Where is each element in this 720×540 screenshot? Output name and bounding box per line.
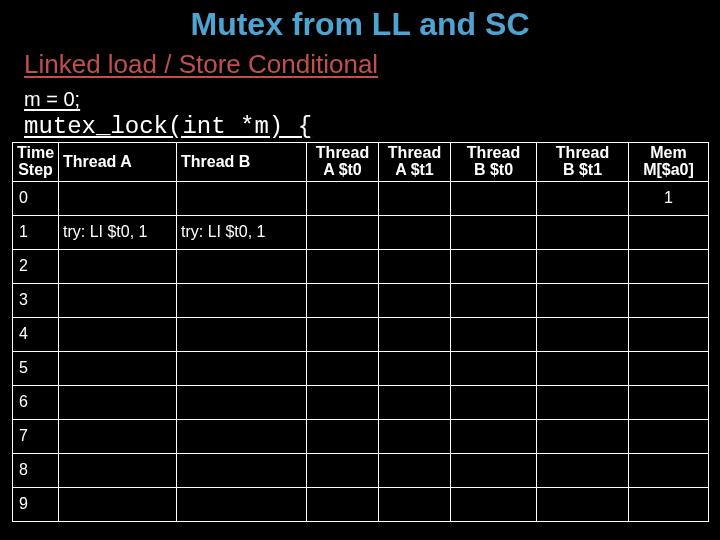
cell-b-t1 [537, 317, 629, 351]
cell-thread-b [177, 351, 307, 385]
cell-thread-a [59, 487, 177, 521]
table-header-row: TimeStep Thread A Thread B ThreadA $t0 T… [13, 143, 709, 182]
cell-b-t0 [451, 181, 537, 215]
cell-a-t0 [307, 351, 379, 385]
cell-b-t0 [451, 453, 537, 487]
table-row: 9 [13, 487, 709, 521]
cell-b-t0 [451, 419, 537, 453]
cell-b-t0 [451, 283, 537, 317]
hdr-text: Mem [633, 145, 704, 162]
cell-thread-a [59, 351, 177, 385]
cell-thread-b [177, 487, 307, 521]
cell-step: 1 [13, 215, 59, 249]
hdr-text: A $t1 [383, 162, 446, 179]
table-row: 6 [13, 385, 709, 419]
cell-mem [629, 351, 709, 385]
cell-a-t1 [379, 351, 451, 385]
col-mem: MemM[$a0] [629, 143, 709, 182]
cell-b-t0 [451, 351, 537, 385]
cell-mem [629, 453, 709, 487]
cell-b-t1 [537, 215, 629, 249]
cell-step: 8 [13, 453, 59, 487]
col-time-step: TimeStep [13, 143, 59, 182]
trace-table: TimeStep Thread A Thread B ThreadA $t0 T… [12, 142, 709, 522]
hdr-text: Thread [383, 145, 446, 162]
cell-mem [629, 487, 709, 521]
cell-mem [629, 249, 709, 283]
cell-b-t0 [451, 385, 537, 419]
cell-a-t0 [307, 453, 379, 487]
cell-a-t0 [307, 385, 379, 419]
cell-thread-a [59, 283, 177, 317]
cell-mem [629, 317, 709, 351]
col-thread-a: Thread A [59, 143, 177, 182]
table-row: 4 [13, 317, 709, 351]
col-thread-b-t1: ThreadB $t1 [537, 143, 629, 182]
cell-step: 0 [13, 181, 59, 215]
hdr-text: Step [17, 162, 54, 179]
cell-a-t1 [379, 385, 451, 419]
cell-step: 2 [13, 249, 59, 283]
cell-b-t0 [451, 249, 537, 283]
cell-step: 5 [13, 351, 59, 385]
cell-step: 3 [13, 283, 59, 317]
cell-thread-a [59, 317, 177, 351]
code-line-2: mutex_lock(int *m) { [0, 113, 720, 140]
cell-b-t1 [537, 351, 629, 385]
cell-step: 4 [13, 317, 59, 351]
table-row: 8 [13, 453, 709, 487]
table-row: 3 [13, 283, 709, 317]
table-row: 01 [13, 181, 709, 215]
cell-a-t0 [307, 215, 379, 249]
cell-b-t0 [451, 317, 537, 351]
hdr-text: M[$a0] [633, 162, 704, 179]
table-row: 1try: LI $t0, 1try: LI $t0, 1 [13, 215, 709, 249]
slide: Mutex from LL and SC Linked load / Store… [0, 0, 720, 540]
cell-thread-b [177, 385, 307, 419]
table-row: 7 [13, 419, 709, 453]
cell-a-t1 [379, 419, 451, 453]
cell-step: 9 [13, 487, 59, 521]
table-row: 2 [13, 249, 709, 283]
cell-a-t0 [307, 249, 379, 283]
cell-a-t0 [307, 181, 379, 215]
cell-a-t1 [379, 317, 451, 351]
cell-b-t1 [537, 249, 629, 283]
cell-a-t1 [379, 283, 451, 317]
hdr-text: B $t1 [541, 162, 624, 179]
cell-thread-b [177, 181, 307, 215]
cell-b-t1 [537, 487, 629, 521]
cell-a-t0 [307, 487, 379, 521]
col-thread-a-t0: ThreadA $t0 [307, 143, 379, 182]
cell-a-t0 [307, 283, 379, 317]
cell-a-t1 [379, 215, 451, 249]
cell-b-t1 [537, 385, 629, 419]
code-line-1: m = 0; [0, 88, 720, 111]
cell-step: 7 [13, 419, 59, 453]
cell-b-t0 [451, 487, 537, 521]
table-row: 5 [13, 351, 709, 385]
cell-thread-b [177, 453, 307, 487]
cell-thread-b [177, 249, 307, 283]
cell-thread-b [177, 317, 307, 351]
cell-a-t1 [379, 487, 451, 521]
cell-thread-a [59, 453, 177, 487]
cell-thread-a [59, 385, 177, 419]
cell-b-t1 [537, 283, 629, 317]
subtitle: Linked load / Store Conditional [0, 49, 720, 80]
cell-b-t0 [451, 215, 537, 249]
cell-b-t1 [537, 453, 629, 487]
hdr-text: A $t0 [311, 162, 374, 179]
hdr-text: B $t0 [455, 162, 532, 179]
cell-thread-a: try: LI $t0, 1 [59, 215, 177, 249]
cell-mem: 1 [629, 181, 709, 215]
cell-mem [629, 283, 709, 317]
col-thread-b-t0: ThreadB $t0 [451, 143, 537, 182]
cell-a-t1 [379, 453, 451, 487]
cell-b-t1 [537, 419, 629, 453]
col-thread-a-t1: ThreadA $t1 [379, 143, 451, 182]
cell-mem [629, 215, 709, 249]
cell-a-t0 [307, 419, 379, 453]
cell-b-t1 [537, 181, 629, 215]
cell-thread-b: try: LI $t0, 1 [177, 215, 307, 249]
